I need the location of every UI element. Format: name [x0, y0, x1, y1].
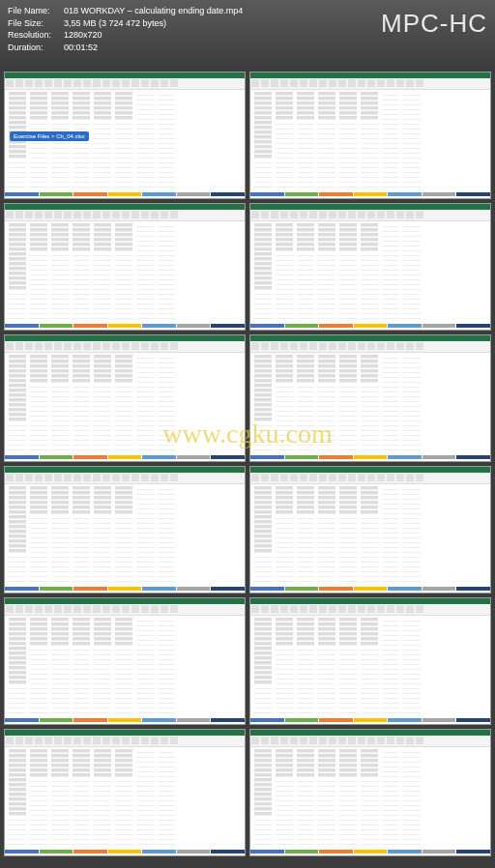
cell	[339, 491, 357, 495]
cell	[254, 773, 272, 777]
cell	[115, 797, 132, 801]
cell	[276, 802, 293, 806]
cell	[254, 432, 272, 436]
ribbon-button	[6, 211, 14, 218]
sheet-tab	[354, 455, 388, 459]
cell	[382, 622, 399, 626]
cell	[9, 491, 26, 495]
cell	[361, 384, 378, 388]
cell	[254, 447, 272, 450]
cell	[94, 539, 111, 543]
table-row	[9, 632, 241, 636]
cell	[339, 281, 357, 285]
cell	[158, 680, 175, 684]
cell	[9, 427, 26, 431]
cell	[339, 817, 357, 821]
cell	[361, 705, 378, 709]
cell	[73, 272, 90, 275]
video-thumbnail[interactable]	[249, 729, 491, 856]
video-thumbnail[interactable]	[249, 72, 491, 199]
ribbon-button	[329, 474, 336, 481]
video-thumbnail[interactable]	[4, 203, 246, 331]
cell	[136, 223, 154, 227]
sheet-tab	[250, 324, 284, 328]
video-thumbnail[interactable]	[249, 203, 491, 331]
cell	[361, 549, 378, 553]
cell	[382, 656, 399, 660]
cell	[9, 768, 26, 772]
cell	[339, 228, 357, 232]
cell	[158, 92, 175, 96]
ribbon-button	[102, 737, 110, 744]
cell	[51, 442, 69, 446]
table-row	[254, 432, 486, 436]
table-row	[9, 418, 241, 421]
table-row	[254, 179, 486, 183]
cell	[158, 841, 175, 845]
table-row	[254, 773, 486, 777]
table-row	[9, 243, 241, 246]
cell	[136, 836, 154, 840]
cell	[276, 817, 293, 821]
cell	[158, 642, 175, 646]
cell	[382, 520, 399, 524]
cell	[361, 106, 378, 110]
cell	[403, 92, 421, 96]
cell	[339, 622, 357, 626]
cell	[318, 802, 335, 806]
cell	[297, 651, 314, 655]
cell	[318, 92, 335, 96]
video-thumbnail[interactable]	[4, 597, 246, 725]
cell	[403, 515, 421, 519]
cell	[94, 709, 111, 713]
video-thumbnail[interactable]	[4, 334, 246, 462]
video-thumbnail[interactable]	[4, 729, 246, 856]
cell	[51, 267, 69, 271]
excel-ribbon	[250, 604, 490, 616]
cell	[361, 272, 378, 275]
cell	[339, 315, 357, 319]
cell	[115, 705, 132, 709]
cell	[30, 150, 47, 154]
cell	[30, 515, 47, 519]
cell	[297, 822, 314, 825]
cell	[73, 705, 90, 709]
sheet-tab	[211, 718, 245, 722]
table-row	[9, 422, 241, 426]
cell	[382, 539, 399, 543]
cell	[318, 427, 335, 431]
cell	[403, 539, 421, 543]
cell	[136, 126, 154, 130]
cell	[276, 797, 293, 801]
cell	[297, 301, 314, 304]
sheet-tab	[211, 850, 245, 854]
spreadsheet-area	[250, 616, 490, 716]
cell	[318, 651, 335, 655]
cell	[9, 486, 26, 490]
cell	[297, 130, 314, 134]
table-row	[9, 807, 241, 811]
cell	[73, 559, 90, 563]
cell	[276, 437, 293, 441]
cell	[403, 305, 421, 309]
cell	[73, 695, 90, 699]
cell	[297, 831, 314, 835]
cell	[403, 578, 421, 582]
cell	[73, 520, 90, 524]
cell	[254, 238, 272, 242]
video-thumbnail[interactable]	[249, 334, 491, 462]
cell	[158, 398, 175, 402]
cell	[136, 539, 154, 543]
cell	[51, 564, 69, 567]
cell	[94, 642, 111, 646]
cell	[403, 807, 421, 811]
cell	[115, 554, 132, 558]
video-thumbnail[interactable]	[249, 597, 491, 725]
video-thumbnail[interactable]	[249, 466, 491, 593]
video-thumbnail[interactable]	[4, 466, 246, 593]
cell	[276, 622, 293, 626]
cell	[9, 257, 26, 261]
ribbon-button	[160, 211, 168, 218]
cell	[382, 491, 399, 495]
table-row	[9, 315, 241, 319]
